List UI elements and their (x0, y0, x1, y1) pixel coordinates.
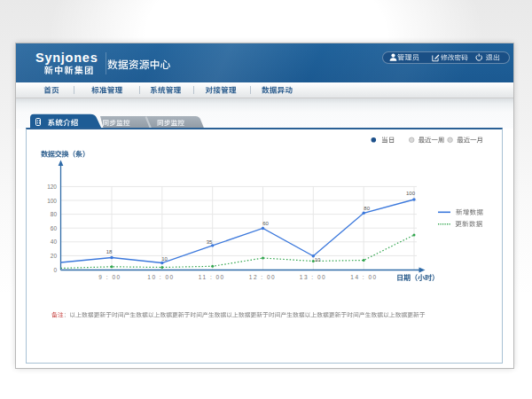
svg-text:0: 0 (53, 267, 57, 273)
svg-text:18: 18 (106, 249, 113, 254)
svg-text:14 : 00: 14 : 00 (350, 274, 377, 280)
svg-text:11 : 00: 11 : 00 (199, 274, 225, 280)
svg-text:100: 100 (47, 198, 57, 204)
svg-text:100: 100 (406, 191, 416, 196)
svg-text:9 : 00: 9 : 00 (98, 274, 121, 280)
svg-text:12 : 00: 12 : 00 (249, 274, 276, 280)
svg-text:60: 60 (51, 225, 58, 231)
svg-text:120: 120 (47, 184, 57, 190)
svg-text:10: 10 (315, 257, 321, 262)
svg-text:20: 20 (51, 253, 58, 259)
svg-text:80: 80 (51, 211, 58, 217)
svg-text:80: 80 (364, 206, 370, 211)
svg-text:35: 35 (207, 239, 213, 245)
svg-text:13 : 00: 13 : 00 (300, 274, 326, 280)
svg-text:40: 40 (51, 239, 58, 245)
svg-text:10 : 00: 10 : 00 (147, 274, 174, 280)
svg-text:60: 60 (262, 221, 269, 226)
svg-text:10: 10 (161, 256, 168, 262)
